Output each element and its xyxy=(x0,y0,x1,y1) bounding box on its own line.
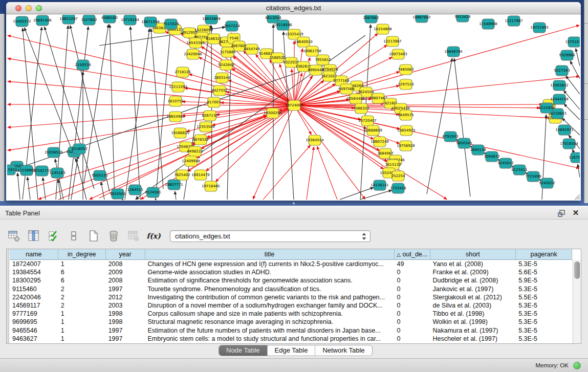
float-panel-icon[interactable] xyxy=(557,209,565,217)
network-node[interactable]: 252254 xyxy=(391,171,405,181)
edge[interactable] xyxy=(570,61,580,79)
network-node[interactable]: 7515526 xyxy=(163,19,179,29)
column-header-indegree[interactable]: in_degree xyxy=(58,249,106,259)
network-node[interactable]: 7723498 xyxy=(525,171,541,182)
network-node[interactable]: 1810755 xyxy=(167,96,183,106)
tab-node-table[interactable]: Node Table xyxy=(219,345,268,356)
edge[interactable] xyxy=(263,145,310,200)
column-header-name[interactable]: name xyxy=(10,249,58,259)
network-node[interactable]: 17016504 xyxy=(560,139,578,149)
table-row[interactable]: 911546021997Tourette syndrome. Phenomeno… xyxy=(10,285,572,293)
network-node[interactable]: 6497568 xyxy=(338,84,354,94)
close-panel-icon[interactable]: ✕ xyxy=(572,209,580,217)
edge[interactable] xyxy=(307,147,314,200)
edge[interactable] xyxy=(58,180,61,200)
edge[interactable] xyxy=(70,26,110,191)
network-node[interactable]: 9227343 xyxy=(554,65,570,76)
network-node[interactable]: 16887682 xyxy=(412,15,431,23)
network-node[interactable]: 2718126 xyxy=(175,67,191,77)
panel-divider-handle[interactable]: ▲ xyxy=(290,201,298,205)
network-node[interactable]: 3175685 xyxy=(220,47,235,57)
network-node[interactable]: 1297510 xyxy=(398,79,413,90)
network-node[interactable]: 16914479 xyxy=(191,170,210,180)
edge[interactable] xyxy=(155,199,156,200)
edge[interactable] xyxy=(43,178,46,200)
rows-icon[interactable] xyxy=(67,229,80,243)
column-header-outde[interactable]: △out_de... xyxy=(395,249,430,259)
edge[interactable] xyxy=(454,58,470,196)
edge[interactable] xyxy=(206,105,294,171)
edge[interactable] xyxy=(294,105,549,118)
tab-network-table[interactable]: Network Table xyxy=(315,345,372,356)
network-node[interactable]: 1167534 xyxy=(569,152,580,163)
network-node[interactable]: 10653287 xyxy=(59,15,78,24)
window-titlebar[interactable]: citations_edges.txt xyxy=(6,2,581,14)
table-options-icon[interactable] xyxy=(7,229,20,243)
edge[interactable] xyxy=(84,25,108,184)
network-node[interactable]: 7485063 xyxy=(398,64,413,75)
edge[interactable] xyxy=(227,33,232,200)
network-node[interactable]: 2687682 xyxy=(363,15,379,23)
delete-table-icon[interactable] xyxy=(107,229,120,243)
column-header-short[interactable]: short xyxy=(430,249,516,259)
edge[interactable] xyxy=(28,115,267,189)
network-node[interactable]: 10973403 xyxy=(389,49,407,59)
edge[interactable] xyxy=(294,25,579,105)
column-header-pagerank[interactable]: pagerank xyxy=(516,249,572,259)
network-node[interactable]: 19737493 xyxy=(530,23,549,33)
edge[interactable] xyxy=(294,105,365,199)
edge[interactable] xyxy=(8,58,294,105)
network-node[interactable]: 20691406 xyxy=(33,15,52,26)
network-node[interactable]: 8454749 xyxy=(244,44,259,54)
scrollbar-thumb[interactable] xyxy=(574,261,580,279)
network-node[interactable]: 16648784 xyxy=(444,47,463,57)
network-node[interactable]: 8123411 xyxy=(511,165,527,175)
network-node[interactable]: 18807249 xyxy=(371,137,389,147)
network-node[interactable]: 15751074 xyxy=(565,37,580,47)
network-node[interactable]: 8215958 xyxy=(538,103,554,113)
network-node[interactable]: 12213393 xyxy=(169,82,187,92)
column-header-year[interactable]: year xyxy=(106,249,145,259)
network-node[interactable]: 16154808 xyxy=(374,24,392,34)
network-node[interactable]: 7486322 xyxy=(353,103,369,114)
network-node[interactable]: 9245012 xyxy=(497,158,513,168)
network-node[interactable]: 1527602 xyxy=(81,15,97,25)
network-node[interactable]: 9505135 xyxy=(92,170,107,181)
edge[interactable] xyxy=(578,164,580,178)
edge[interactable] xyxy=(576,49,580,66)
network-node[interactable]: 15405572 xyxy=(13,16,31,27)
network-node[interactable]: 12093832 xyxy=(550,80,569,91)
table-scrollbar[interactable] xyxy=(573,260,581,343)
table-row[interactable]: 977716911998Corpus callosum shape and si… xyxy=(10,310,572,318)
function-builder-icon[interactable]: f(x) xyxy=(147,229,160,243)
network-node[interactable]: 6486160 xyxy=(101,15,117,23)
table-row[interactable]: 1456911722003Disruption of a novel membe… xyxy=(10,301,572,310)
network-node[interactable]: 19384554 xyxy=(306,135,324,145)
edge[interactable] xyxy=(294,105,579,168)
edge[interactable] xyxy=(8,105,294,150)
network-node[interactable]: 2649575 xyxy=(398,110,413,120)
edge[interactable] xyxy=(317,146,337,200)
table-row[interactable]: 1872400712008Changes of HCN gene express… xyxy=(10,260,572,268)
network-node[interactable]: 16033809 xyxy=(202,15,221,24)
network-node[interactable]: 11548908 xyxy=(479,19,497,29)
network-node[interactable]: 9850345 xyxy=(456,138,472,148)
edge[interactable] xyxy=(215,105,294,182)
network-node[interactable]: 10688609 xyxy=(364,125,382,136)
network-node[interactable]: 9242848 xyxy=(218,60,234,70)
network-node[interactable]: 12353584 xyxy=(197,122,215,132)
network-node[interactable]: 20206526 xyxy=(45,147,63,158)
network-node[interactable]: 7625402 xyxy=(174,170,190,180)
column-header-title[interactable]: title xyxy=(145,249,395,259)
table-row[interactable]: 1830029562008Estimation of significance … xyxy=(10,276,572,285)
edge[interactable] xyxy=(130,27,140,200)
edge[interactable] xyxy=(110,25,115,200)
table-row[interactable]: 969969511998Structural magnetic resonanc… xyxy=(10,318,572,326)
network-node[interactable]: 9329966 xyxy=(559,50,575,60)
network-node[interactable]: 7857224 xyxy=(224,21,240,31)
network-node[interactable]: 19654985 xyxy=(166,112,185,122)
resize-grip-icon[interactable] xyxy=(573,193,580,200)
edge[interactable] xyxy=(151,29,163,189)
network-node[interactable]: 14136141 xyxy=(371,180,389,190)
network-node[interactable]: 2803144 xyxy=(214,73,230,83)
